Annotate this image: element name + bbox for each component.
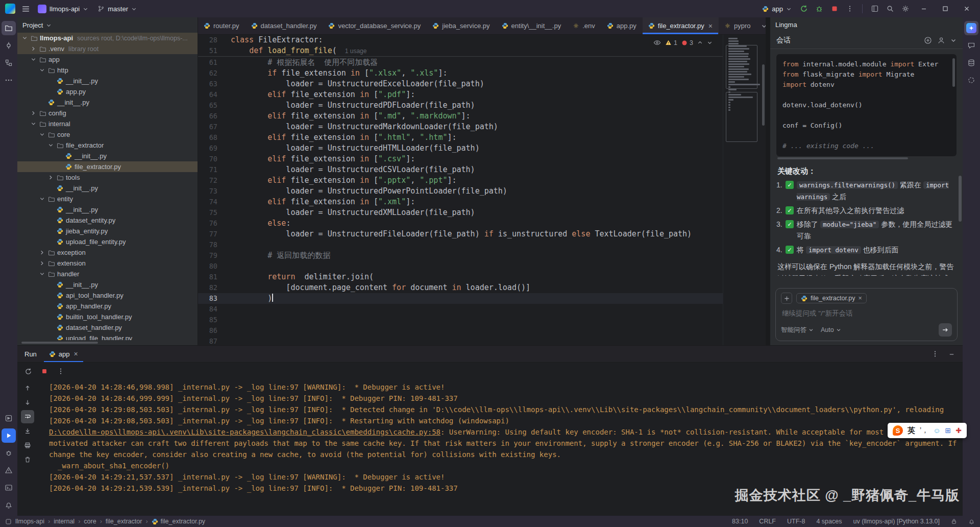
editor-scrollbar[interactable] bbox=[762, 64, 765, 126]
file-encoding[interactable]: UTF-8 bbox=[787, 518, 805, 525]
tree-item-config[interactable]: config bbox=[17, 108, 198, 118]
chevron-down-icon[interactable] bbox=[29, 121, 38, 127]
ime-language-indicator[interactable]: 英 bbox=[908, 426, 915, 436]
console-file-link[interactable]: D:\code\llm-ops\llmops-api\.venv\Lib\sit… bbox=[49, 428, 440, 436]
mode-selector[interactable]: 智能问答 bbox=[781, 326, 814, 334]
tree-item-upload_file_handler.py[interactable]: upload_file_handler.py bbox=[17, 333, 198, 340]
ime-punctuation-icon[interactable]: ’， bbox=[920, 426, 928, 435]
tree-item-upload_file_entity.py[interactable]: upload_file_entity.py bbox=[17, 236, 198, 247]
line-number[interactable]: 81 bbox=[198, 272, 231, 282]
more-actions-button[interactable] bbox=[843, 2, 857, 16]
breadcrumb-item[interactable]: file_extractor.py bbox=[152, 518, 206, 525]
line-number[interactable]: 73 bbox=[198, 186, 231, 197]
structure-toolwindow-button[interactable] bbox=[2, 56, 16, 70]
prev-problem-icon[interactable] bbox=[697, 40, 703, 45]
tree-item-__init__.py[interactable]: __init__.py bbox=[17, 183, 198, 194]
lingma-prompt-input[interactable]: 继续提问或 "/"新开会话 bbox=[781, 307, 952, 323]
line-number[interactable]: 62 bbox=[198, 68, 231, 79]
attachment-chip[interactable]: file_extractor.py × bbox=[796, 293, 867, 303]
maximize-button[interactable] bbox=[935, 0, 955, 17]
code-block-hscrollbar[interactable] bbox=[777, 157, 908, 159]
tree-item-jieba_entity.py[interactable]: jieba_entity.py bbox=[17, 226, 198, 236]
clear-console-button[interactable] bbox=[21, 453, 34, 466]
search-everywhere-button[interactable] bbox=[883, 2, 897, 16]
tree-item-api_tool_handler.py[interactable]: api_tool_handler.py bbox=[17, 290, 198, 301]
rerun-button[interactable] bbox=[21, 365, 35, 378]
stop-button[interactable] bbox=[827, 2, 842, 16]
editor-tab-file_extractor.py[interactable]: file_extractor.py× bbox=[643, 17, 719, 34]
chevron-right-icon[interactable] bbox=[29, 110, 38, 116]
line-number[interactable]: 64 bbox=[198, 89, 231, 100]
services-toolwindow-button[interactable] bbox=[2, 411, 16, 425]
tree-item-__init__.py[interactable]: __init__.py bbox=[17, 97, 198, 108]
tree-item-__init__.py[interactable]: __init__.py bbox=[17, 204, 198, 215]
hidden-tabs-button[interactable] bbox=[757, 19, 766, 33]
tree-item-extension[interactable]: extension bbox=[17, 258, 198, 269]
editor-tab-jieba_service.py[interactable]: jieba_service.py bbox=[427, 17, 496, 34]
line-number[interactable]: 86 bbox=[198, 325, 231, 336]
main-menu-button[interactable] bbox=[18, 2, 33, 16]
run-config-selector[interactable]: app bbox=[758, 2, 796, 16]
project-toolwindow-button[interactable] bbox=[2, 21, 16, 35]
send-button[interactable] bbox=[939, 323, 952, 337]
chevron-right-icon[interactable] bbox=[38, 250, 46, 255]
chevron-down-icon[interactable] bbox=[46, 142, 55, 148]
tree-item-internal[interactable]: internal bbox=[17, 118, 198, 129]
tree-item-entity[interactable]: entity bbox=[17, 194, 198, 204]
editor-tab-app.py[interactable]: app.py bbox=[601, 17, 643, 34]
tree-item-.venv[interactable]: .venvlibrary root bbox=[17, 43, 198, 54]
tree-item-__init__.py[interactable]: __init__.py bbox=[17, 279, 198, 290]
tree-item-llmops-api[interactable]: llmops-apisources root, D:\code\llm-ops\… bbox=[17, 33, 198, 43]
close-tab-icon[interactable]: × bbox=[708, 22, 713, 30]
tree-item-builtin_tool_handler.py[interactable]: builtin_tool_handler.py bbox=[17, 312, 198, 322]
tree-item-app[interactable]: app bbox=[17, 54, 198, 65]
tree-item-http[interactable]: http bbox=[17, 65, 198, 76]
lingma-input-card[interactable]: file_extractor.py × 继续提问或 "/"新开会话 智能问答 A… bbox=[775, 288, 958, 341]
breadcrumb-item[interactable]: internal bbox=[54, 518, 75, 525]
terminal-toolwindow-button[interactable] bbox=[2, 481, 16, 495]
console-more-button[interactable] bbox=[54, 365, 67, 378]
line-number[interactable]: 69 bbox=[198, 143, 231, 154]
session-tab[interactable]: 会话 bbox=[776, 36, 791, 45]
editor-tab-entity\__init__.py[interactable]: entity\__init__.py bbox=[496, 17, 568, 34]
close-button[interactable] bbox=[957, 0, 977, 17]
run-tab-app[interactable]: app × bbox=[44, 346, 83, 362]
notifications-bell-icon[interactable] bbox=[968, 518, 975, 525]
tree-item-handler[interactable]: handler bbox=[17, 269, 198, 279]
lock-icon[interactable] bbox=[951, 518, 957, 524]
project-horizontal-scrollbar[interactable] bbox=[21, 342, 98, 344]
tree-item-exception[interactable]: exception bbox=[17, 247, 198, 258]
breadcrumb-item[interactable]: core bbox=[84, 518, 96, 525]
tree-item-__init__.py[interactable]: __init__.py bbox=[17, 76, 198, 86]
line-number[interactable]: 75 bbox=[198, 207, 231, 218]
stop-button[interactable] bbox=[38, 365, 51, 378]
line-number[interactable]: 51 bbox=[198, 45, 231, 56]
chevron-down-icon[interactable] bbox=[950, 37, 957, 43]
line-number[interactable]: 84 bbox=[198, 304, 231, 315]
ime-toolbar[interactable]: S 英 ’， ☺ ⊞ ✚ bbox=[888, 423, 967, 438]
lingma-toolwindow-button[interactable] bbox=[964, 21, 978, 35]
errors-indicator[interactable]: 3 bbox=[681, 39, 693, 46]
close-tab-icon[interactable]: × bbox=[74, 350, 78, 358]
chevron-down-icon[interactable] bbox=[20, 35, 29, 41]
user-icon[interactable] bbox=[937, 36, 945, 44]
tree-item-app_handler.py[interactable]: app_handler.py bbox=[17, 301, 198, 312]
caret-position[interactable]: 83:10 bbox=[732, 518, 748, 525]
python-interpreter[interactable]: uv (llmops-api) [Python 3.13.0] bbox=[853, 518, 940, 525]
line-number[interactable]: 66 bbox=[198, 111, 231, 122]
ime-emoji-icon[interactable]: ☺ bbox=[933, 426, 940, 435]
code-block-scrollbar[interactable] bbox=[952, 58, 955, 87]
code-area[interactable]: 61 # 根据拓展名 使用不同加载器62 if file_extension i… bbox=[198, 57, 723, 345]
chevron-right-icon[interactable] bbox=[29, 46, 38, 52]
line-number[interactable]: 79 bbox=[198, 250, 231, 261]
tree-item-file_extractor[interactable]: file_extractor bbox=[17, 140, 198, 151]
line-ending[interactable]: CRLF bbox=[759, 518, 776, 525]
add-context-button[interactable] bbox=[781, 293, 792, 304]
soft-wrap-button[interactable] bbox=[21, 410, 34, 423]
chevron-down-icon[interactable] bbox=[29, 57, 38, 62]
tree-item-dataset_entity.py[interactable]: dataset_entity.py bbox=[17, 215, 198, 226]
minimap[interactable] bbox=[723, 35, 766, 345]
tree-item-__init__.py[interactable]: __init__.py bbox=[17, 151, 198, 161]
editor-tab-.env[interactable]: .env bbox=[567, 17, 601, 34]
minimize-button[interactable] bbox=[914, 0, 934, 17]
